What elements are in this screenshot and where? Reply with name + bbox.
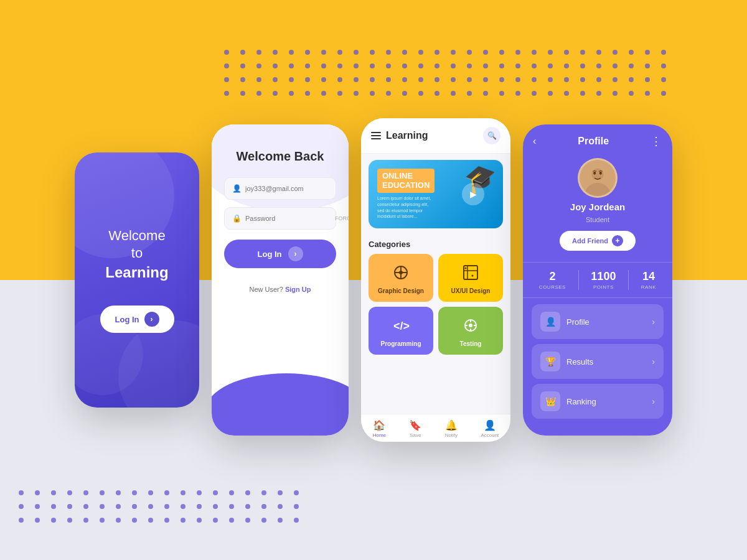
profile-menu-icon: 👤 [540, 312, 560, 332]
svg-point-19 [593, 172, 596, 175]
add-friend-button[interactable]: Add Friend + [560, 231, 636, 251]
graphic-design-icon [390, 261, 412, 284]
svg-point-20 [599, 172, 602, 175]
avatar-section: Joy Jordean Student Add Friend + [523, 153, 672, 256]
phone-learning: Learning 🔍 ONLINE EDUCATION Lorem ipsum … [361, 118, 510, 442]
svg-point-7 [465, 268, 467, 269]
profile-arrow-icon: › [652, 317, 655, 327]
ux-ui-label: UX/UI Design [451, 287, 491, 294]
testing-label: Testing [460, 340, 482, 347]
categories-grid: Graphic Design UX/UI Design [369, 254, 503, 355]
welcome-back-title: Welcome Back [237, 149, 324, 164]
results-menu-icon: 🏆 [540, 352, 560, 371]
home-icon: 🏠 [373, 419, 385, 431]
phones-container: Welcome to Learning Log In › Welcome Bac… [0, 0, 747, 560]
testing-icon [459, 314, 482, 337]
svg-point-11 [469, 324, 472, 327]
menu-item-profile[interactable]: 👤 Profile › [532, 304, 664, 339]
ranking-menu-label: Ranking [566, 397, 646, 406]
back-button[interactable]: ‹ [533, 136, 536, 147]
graphic-design-label: Graphic Design [378, 287, 424, 294]
ranking-menu-icon: 👑 [540, 391, 560, 411]
phone-profile: ‹ Profile ⋮ Joy Jordean Stude [523, 124, 672, 436]
svg-point-3 [399, 271, 403, 274]
category-ux-ui[interactable]: UX/UI Design [438, 254, 503, 302]
password-input[interactable] [245, 215, 331, 222]
programming-icon: </> [390, 314, 412, 337]
category-testing[interactable]: Testing [438, 307, 503, 355]
profile-title: Profile [578, 136, 609, 147]
results-menu-label: Results [566, 357, 646, 366]
stat-points: 1100 POINTS [591, 270, 616, 290]
forgot-label[interactable]: FORGOT? [335, 215, 349, 222]
categories-title: Categories [369, 240, 503, 249]
svg-text:</>: </> [393, 320, 410, 332]
menu-item-results[interactable]: 🏆 Results › [532, 344, 664, 379]
bottom-navigation: 🏠 Home 🔖 Save 🔔 Notify 👤 Account [361, 414, 510, 442]
points-value: 1100 [591, 270, 616, 283]
phone2-login-button[interactable]: Log In › [224, 240, 336, 268]
category-graphic-design[interactable]: Graphic Design [369, 254, 433, 302]
edu-banner[interactable]: ONLINE EDUCATION Lorem ipsum dolor sit a… [369, 160, 503, 228]
password-field-container: 🔒 FORGOT? [224, 207, 336, 230]
banner-label: ONLINE EDUCATION [377, 169, 435, 193]
welcome-text: Welcome to Learning [105, 227, 168, 282]
svg-point-18 [591, 169, 603, 180]
nav-notify[interactable]: 🔔 Notify [445, 419, 458, 438]
points-label: POINTS [593, 284, 614, 290]
more-options-button[interactable]: ⋮ [651, 134, 662, 148]
programming-label: Programming [380, 340, 421, 347]
email-field-container: 👤 [224, 177, 336, 200]
plus-icon: + [612, 235, 623, 246]
phone-welcome: Welcome to Learning Log In › [75, 152, 199, 408]
avatar [578, 158, 618, 198]
user-role: Student [586, 216, 609, 223]
signup-link[interactable]: Sign Up [285, 286, 311, 293]
user-name: Joy Jordean [570, 202, 625, 212]
learning-header: Learning 🔍 [361, 118, 510, 154]
phone-login: Welcome Back 👤 🔒 FORGOT? Log In › New Us… [212, 124, 349, 436]
search-button[interactable]: 🔍 [483, 127, 500, 144]
account-icon: 👤 [484, 419, 496, 431]
stat-rank: 14 RANK [641, 270, 656, 290]
svg-point-8 [472, 275, 474, 277]
category-programming[interactable]: </> Programming [369, 307, 433, 355]
results-arrow-icon: › [652, 357, 655, 366]
phone1-login-button[interactable]: Log In › [100, 306, 174, 333]
rank-value: 14 [642, 270, 655, 283]
bookmark-icon: 🔖 [409, 419, 421, 431]
stat-courses: 2 COURSES [539, 270, 566, 290]
ranking-arrow-icon: › [652, 396, 655, 406]
courses-label: COURSES [539, 284, 566, 290]
play-button[interactable]: ▶ [462, 183, 484, 205]
rank-label: RANK [641, 284, 656, 290]
categories-section: Categories Graphic Design [361, 235, 510, 360]
svg-point-16 [585, 183, 611, 197]
nav-account[interactable]: 👤 Account [481, 419, 499, 438]
stats-bar: 2 COURSES 1100 POINTS 14 RANK [523, 262, 672, 298]
banner-description: Lorem ipsum dolor sit amet, consectetur … [377, 195, 433, 220]
profile-menu: 👤 Profile › 🏆 Results › 👑 Ranking › [523, 304, 672, 419]
menu-item-ranking[interactable]: 👑 Ranking › [532, 384, 664, 419]
profile-header: ‹ Profile ⋮ [523, 124, 672, 153]
hamburger-menu[interactable] [371, 132, 381, 139]
bell-icon: 🔔 [445, 419, 458, 431]
email-input[interactable] [245, 185, 331, 192]
nav-save[interactable]: 🔖 Save [409, 419, 421, 438]
new-user-text: New User? Sign Up [249, 286, 311, 293]
ux-ui-icon [459, 261, 482, 284]
nav-home[interactable]: 🏠 Home [373, 419, 386, 438]
courses-value: 2 [549, 270, 555, 283]
profile-menu-label: Profile [566, 317, 646, 327]
learning-title: Learning [386, 130, 428, 141]
